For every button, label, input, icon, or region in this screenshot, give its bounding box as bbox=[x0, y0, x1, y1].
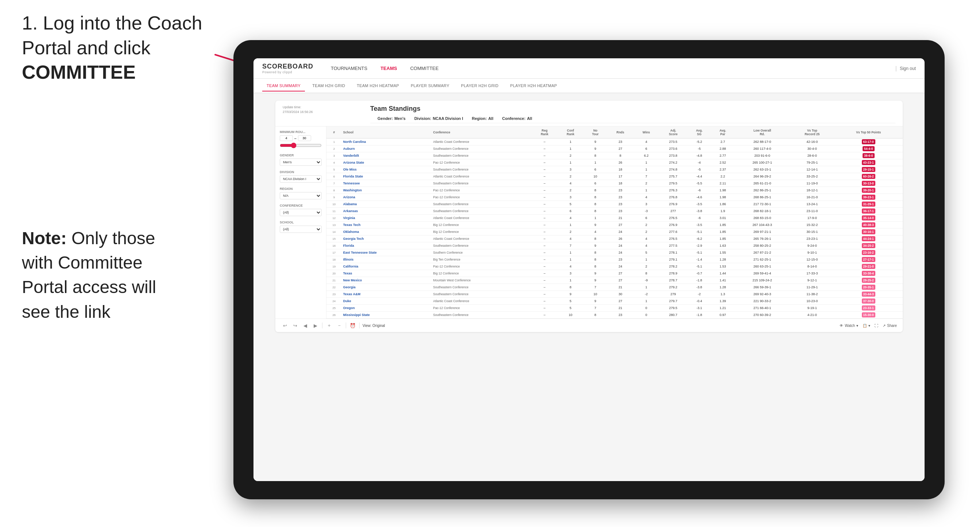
filter-min-input[interactable] bbox=[280, 135, 293, 141]
cell-school: Alabama bbox=[342, 201, 432, 208]
chevron-down-icon: ▾ bbox=[856, 324, 858, 328]
cell-rnds: 26 bbox=[607, 159, 633, 166]
filter-select-region[interactable]: N/A bbox=[280, 192, 322, 199]
table-row: 14 Oklahoma Big 12 Conference – 2 4 24 2… bbox=[326, 229, 903, 235]
filter-group-division: Division NCAA Division I bbox=[280, 170, 322, 183]
cell-adj-score: 276.3 bbox=[659, 187, 687, 194]
toolbar-watch[interactable]: 👁 Watch ▾ bbox=[840, 324, 858, 328]
subnav-player-h2h-heatmap[interactable]: PLAYER H2H HEATMAP bbox=[506, 81, 561, 91]
cell-vs-top-50: 63-17-0 bbox=[834, 138, 903, 145]
toolbar-note[interactable]: 📋 ▾ bbox=[862, 324, 870, 328]
toolbar-share[interactable]: ↗ Share bbox=[883, 324, 897, 328]
table-row: 8 Washington Pac-12 Conference – 2 8 23 … bbox=[326, 187, 903, 194]
cell-adj-score: 276.5 bbox=[659, 215, 687, 222]
subnav-team-summary[interactable]: TEAM SUMMARY bbox=[262, 81, 305, 92]
cell-wins: 2 bbox=[633, 229, 659, 235]
cell-vs-top-50: 15-30-0 bbox=[834, 312, 903, 319]
cell-vs-top-50: 39-23-1 bbox=[834, 194, 903, 201]
cell-no-tour: 8 bbox=[584, 263, 607, 270]
cell-vs-top-50: 31-29-1 bbox=[834, 201, 903, 208]
subnav-team-h2h-grid[interactable]: TEAM H2H GRID bbox=[308, 81, 349, 91]
table-row: 10 Alabama Southeastern Conference – 5 8… bbox=[326, 201, 903, 208]
cell-conf-rank: 7 bbox=[558, 242, 584, 249]
filter-group-region: Region N/A bbox=[280, 187, 322, 199]
cell-reg-rank: – bbox=[532, 166, 558, 173]
cell-rank: 8 bbox=[326, 187, 342, 194]
subnav-team-h2h-heatmap[interactable]: TEAM H2H HEATMAP bbox=[352, 81, 403, 91]
toolbar-view-label[interactable]: View: Original bbox=[363, 324, 385, 328]
toolbar-undo[interactable]: ↩ bbox=[281, 322, 288, 329]
cell-avg-par: 1.3 bbox=[711, 291, 735, 298]
filter-select-school[interactable]: (All) bbox=[280, 225, 322, 233]
cell-low-overall: 260 117-4-0 bbox=[735, 145, 790, 152]
toolbar-clock[interactable]: ⏰ bbox=[349, 322, 356, 329]
cell-low-overall: 262 88-17-0 bbox=[735, 138, 790, 145]
filter-select-gender[interactable]: Men's bbox=[280, 159, 322, 166]
cell-avg-sg: -4 bbox=[687, 159, 711, 166]
cell-school: Arkansas bbox=[342, 208, 432, 215]
cell-avg-par: 1.63 bbox=[711, 242, 735, 249]
cell-conf-rank: 3 bbox=[558, 194, 584, 201]
cell-no-tour: 6 bbox=[584, 166, 607, 173]
panel-title: Team Standings bbox=[370, 105, 896, 113]
cell-conf-rank: 1 bbox=[558, 277, 584, 284]
cell-rank: 3 bbox=[326, 152, 342, 159]
table-row: 20 Texas Big 12 Conference – 3 9 27 8 27… bbox=[326, 270, 903, 277]
cell-adj-score: 274.2 bbox=[659, 159, 687, 166]
toolbar-forward[interactable]: ▶ bbox=[312, 322, 319, 329]
table-row: 4 Arizona State Pac-12 Conference – 1 1 … bbox=[326, 159, 903, 166]
cell-adj-score: 277 bbox=[659, 208, 687, 215]
cell-rnds: 17 bbox=[607, 173, 633, 180]
cell-rank: 15 bbox=[326, 235, 342, 242]
cell-vs-top-50: 60-26-2 bbox=[834, 173, 903, 180]
cell-rank: 20 bbox=[326, 270, 342, 277]
cell-school: Virginia bbox=[342, 215, 432, 222]
col-avg-par: Avg.Par bbox=[711, 127, 735, 138]
toolbar-expand[interactable]: ⛶ bbox=[875, 324, 878, 328]
cell-reg-rank: – bbox=[532, 208, 558, 215]
nav-tournaments[interactable]: TOURNAMENTS bbox=[325, 63, 373, 74]
cell-vs-top-50: 23-16-2 bbox=[834, 249, 903, 256]
filter-range-slider[interactable] bbox=[280, 143, 322, 148]
cell-rnds: 23 bbox=[607, 208, 633, 215]
cell-vs-top-25: 10-23-0 bbox=[790, 298, 834, 305]
cell-avg-sg: -6 bbox=[687, 215, 711, 222]
cell-conference: Southeastern Conference bbox=[432, 201, 532, 208]
cell-reg-rank: – bbox=[532, 305, 558, 312]
cell-avg-sg: -5 bbox=[687, 166, 711, 173]
subnav-player-summary[interactable]: PLAYER SUMMARY bbox=[406, 81, 454, 91]
cell-wins: 7 bbox=[633, 173, 659, 180]
cell-conf-rank: 4 bbox=[558, 235, 584, 242]
nav-committee[interactable]: COMMITTEE bbox=[404, 63, 445, 74]
cell-school: Mississippi State bbox=[342, 312, 432, 319]
filter-select-conference[interactable]: (All) bbox=[280, 209, 322, 216]
subnav-player-h2h-grid[interactable]: PLAYER H2H GRID bbox=[457, 81, 503, 91]
panel-title-area: Update time: 27/03/2024 16:56:26 bbox=[283, 105, 356, 114]
nav-teams[interactable]: TEAMS bbox=[375, 63, 403, 74]
update-time: Update time: 27/03/2024 16:56:26 bbox=[283, 105, 356, 114]
cell-vs-top-25: 11-19-0 bbox=[790, 180, 834, 187]
cell-avg-par: 2.52 bbox=[711, 159, 735, 166]
tablet-device: SCOREBOARD Powered by clippd TOURNAMENTS… bbox=[234, 40, 945, 499]
cell-wins: 3 bbox=[633, 201, 659, 208]
cell-school: New Mexico bbox=[342, 277, 432, 284]
filter-select-division[interactable]: NCAA Division I bbox=[280, 175, 322, 183]
cell-conf-rank: 1 bbox=[558, 138, 584, 145]
table-row: 22 Georgia Southeastern Conference – 8 7… bbox=[326, 284, 903, 291]
cell-conf-rank: 1 bbox=[558, 249, 584, 256]
cell-adj-score: 276.5 bbox=[659, 235, 687, 242]
cell-conf-rank: 2 bbox=[558, 187, 584, 194]
filter-max-input[interactable] bbox=[298, 135, 311, 141]
col-no-tour: NoTour bbox=[584, 127, 607, 138]
col-rnds: Rnds bbox=[607, 127, 633, 138]
toolbar-minus[interactable]: － bbox=[336, 322, 343, 329]
cell-wins: 6 bbox=[633, 215, 659, 222]
sign-out-link[interactable]: Sign out bbox=[900, 66, 916, 71]
toolbar-add[interactable]: ＋ bbox=[325, 322, 332, 329]
cell-rnds: 27 bbox=[607, 277, 633, 284]
cell-low-overall: 215 109-24-2 bbox=[735, 277, 790, 284]
toolbar-redo[interactable]: ↪ bbox=[291, 322, 299, 329]
cell-vs-top-50: 54-4-0 bbox=[834, 145, 903, 152]
toolbar-back[interactable]: ◀ bbox=[302, 322, 309, 329]
cell-wins: -3 bbox=[633, 208, 659, 215]
